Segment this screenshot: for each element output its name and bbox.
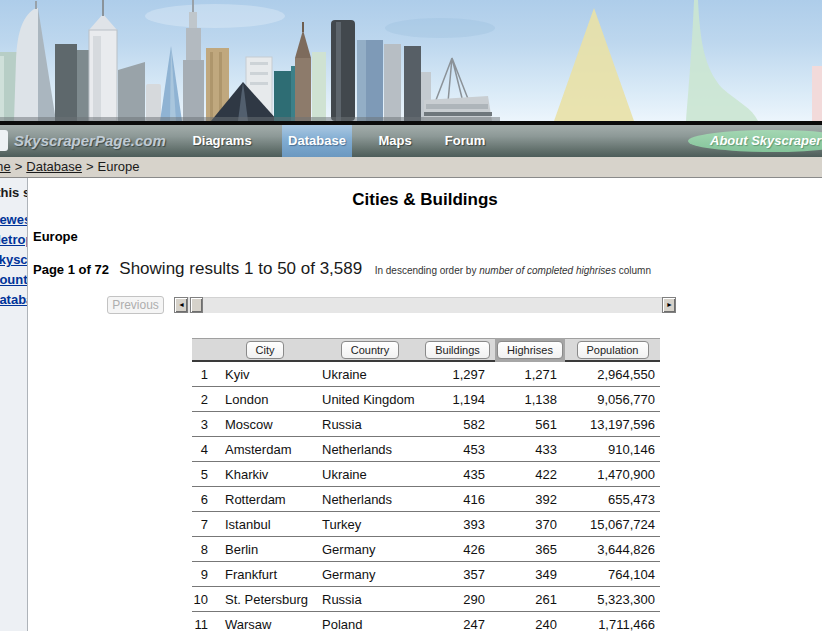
sort-population-button[interactable]: Population (577, 341, 649, 359)
country-cell: Germany (320, 542, 420, 557)
sidebar-item-newest-database-entries[interactable]: Newest Database Entries (0, 212, 27, 227)
scrollbar-thumb[interactable] (190, 297, 203, 313)
site-logo[interactable]: SkyscraperPage.com (14, 125, 166, 157)
sidebar: In this section - Newest Database Entrie… (0, 178, 27, 631)
country-cell: Ukraine (320, 367, 420, 382)
city-cell: Amsterdam (210, 442, 320, 457)
table-row: 7 Istanbul Turkey 393 370 15,067,724 (192, 512, 660, 537)
population-cell: 15,067,724 (565, 517, 660, 532)
nav-item-database[interactable]: Database (282, 125, 352, 157)
country-cell: Russia (320, 592, 420, 607)
list-item: Database Stats (0, 289, 27, 309)
sidebar-item-countries[interactable]: Countries (0, 272, 27, 287)
sidebar-item-metropolitan-areas[interactable]: Metropolitan Areas (0, 232, 27, 247)
population-cell: 2,964,550 (565, 367, 660, 382)
buildings-cell: 247 (420, 617, 495, 631)
population-cell: 764,104 (565, 567, 660, 582)
horizontal-scrollbar[interactable]: ◄ ► (174, 297, 676, 313)
page-indicator: Page 1 of 72 (33, 262, 109, 277)
table-row: 1 Kyiv Ukraine 1,297 1,271 2,964,550 (192, 362, 660, 387)
header-country-cell: Country (320, 338, 420, 362)
header-city-cell: City (210, 338, 320, 362)
table-row: 10 St. Petersburg Russia 290 261 5,323,3… (192, 587, 660, 612)
sidebar-section-header: In this section - (0, 185, 27, 201)
rank-cell: 6 (192, 492, 210, 507)
cities-table: City Country Buildings Highrises Populat… (192, 338, 660, 631)
highrises-cell: 392 (495, 492, 565, 507)
buildings-cell: 435 (420, 467, 495, 482)
rank-cell: 2 (192, 392, 210, 407)
city-cell: Kharkiv (210, 467, 320, 482)
highrises-cell: 1,271 (495, 367, 565, 382)
highrises-cell: 240 (495, 617, 565, 631)
table-row: 8 Berlin Germany 426 365 3,644,826 (192, 537, 660, 562)
buildings-cell: 453 (420, 442, 495, 457)
sort-order-note: In descending order by number of complet… (375, 265, 651, 276)
sort-highrises-button[interactable]: Highrises (497, 341, 563, 359)
population-cell: 9,056,770 (565, 392, 660, 407)
list-item: Newest Database Entries (0, 209, 27, 229)
highrises-cell: 561 (495, 417, 565, 432)
population-cell: 5,323,300 (565, 592, 660, 607)
sort-country-button[interactable]: Country (341, 341, 400, 359)
breadcrumb-database[interactable]: Database (26, 159, 82, 174)
table-row: 11 Warsaw Poland 247 240 1,711,466 (192, 612, 660, 631)
highrises-cell: 433 (495, 442, 565, 457)
population-cell: 910,146 (565, 442, 660, 457)
previous-button[interactable]: Previous (107, 296, 164, 314)
city-cell: Moscow (210, 417, 320, 432)
highrises-cell: 1,138 (495, 392, 565, 407)
sidebar-item-skyscraper-maps[interactable]: Skyscraper Maps (0, 252, 27, 267)
buildings-cell: 1,194 (420, 392, 495, 407)
page-title: Cities & Buildings (28, 190, 822, 210)
scroll-right-icon[interactable]: ► (662, 297, 676, 313)
breadcrumb-home[interactable]: Home (0, 159, 11, 174)
rank-cell: 7 (192, 517, 210, 532)
breadcrumb: Home>Database>Europe (0, 157, 822, 178)
sidebar-links: Newest Database Entries Metropolitan Are… (0, 209, 27, 309)
table-row: 6 Rotterdam Netherlands 416 392 655,473 (192, 487, 660, 512)
nav-item-maps[interactable]: Maps (360, 125, 430, 157)
results-summary: Page 1 of 72 Showing results 1 to 50 of … (33, 259, 822, 279)
breadcrumb-separator: > (11, 159, 27, 174)
population-cell: 1,470,900 (565, 467, 660, 482)
buildings-cell: 582 (420, 417, 495, 432)
highrises-cell: 370 (495, 517, 565, 532)
table-row: 5 Kharkiv Ukraine 435 422 1,470,900 (192, 462, 660, 487)
city-cell: Warsaw (210, 617, 320, 631)
rank-cell: 3 (192, 417, 210, 432)
city-cell: Rotterdam (210, 492, 320, 507)
breadcrumb-separator: > (82, 159, 98, 174)
nav-item-diagrams[interactable]: Diagrams (176, 125, 268, 157)
population-cell: 655,473 (565, 492, 660, 507)
buildings-cell: 416 (420, 492, 495, 507)
pager: Previous ◄ ► (107, 296, 822, 314)
country-cell: Netherlands (320, 492, 420, 507)
about-skyscraper-badge[interactable]: About Skyscraper (688, 130, 822, 152)
sort-city-button[interactable]: City (246, 341, 285, 359)
country-cell: Germany (320, 567, 420, 582)
scroll-left-icon[interactable]: ◄ (174, 297, 188, 313)
city-cell: London (210, 392, 320, 407)
rank-cell: 5 (192, 467, 210, 482)
skyline-illustration (0, 0, 822, 121)
country-cell: Poland (320, 617, 420, 631)
rank-cell: 4 (192, 442, 210, 457)
country-cell: Turkey (320, 517, 420, 532)
population-cell: 1,711,466 (565, 617, 660, 631)
header-rank-cell (192, 338, 210, 362)
table-row: 3 Moscow Russia 582 561 13,197,596 (192, 412, 660, 437)
rank-cell: 8 (192, 542, 210, 557)
site-logo-icon (0, 130, 8, 151)
country-cell: United Kingdom (320, 392, 420, 407)
list-item: Skyscraper Maps (0, 249, 27, 269)
city-cell: St. Petersburg (210, 592, 320, 607)
sidebar-item-database-stats[interactable]: Database Stats (0, 292, 27, 307)
rank-cell: 1 (192, 367, 210, 382)
header-buildings-cell: Buildings (420, 338, 495, 362)
city-cell: Kyiv (210, 367, 320, 382)
nav-item-forum[interactable]: Forum (430, 125, 500, 157)
city-cell: Frankfurt (210, 567, 320, 582)
buildings-cell: 1,297 (420, 367, 495, 382)
sort-buildings-button[interactable]: Buildings (425, 341, 490, 359)
